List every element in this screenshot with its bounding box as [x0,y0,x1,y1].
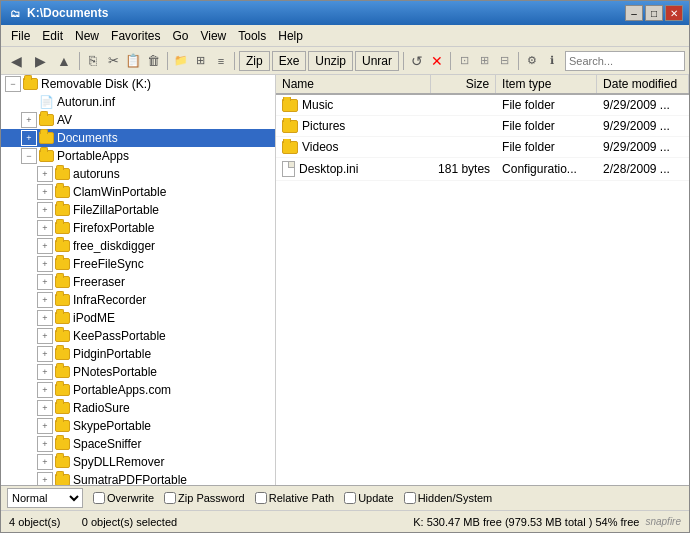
expander-infrarecorder[interactable]: + [37,292,53,308]
tree-item-skype[interactable]: +SkypePortable [1,417,275,435]
details-button[interactable]: ≡ [212,50,230,72]
update-checkbox[interactable] [344,492,356,504]
paste-button[interactable]: 📋 [124,50,142,72]
expander-av[interactable]: + [21,112,37,128]
file-row[interactable]: PicturesFile folder9/29/2009 ... [276,116,689,137]
menu-edit[interactable]: Edit [36,27,69,45]
expander-portableapps[interactable]: − [21,148,37,164]
tree-item-av[interactable]: +AV [1,111,275,129]
expander-ipodme[interactable]: + [37,310,53,326]
expander-freefilesync[interactable]: + [37,256,53,272]
mode-select[interactable]: Normal Fast Super Fast [7,488,83,508]
minimize-button[interactable]: – [625,5,643,21]
expander-portableapps-com[interactable]: + [37,382,53,398]
expander-radiosure[interactable]: + [37,400,53,416]
zip-button[interactable]: Zip [239,51,270,71]
menu-view[interactable]: View [194,27,232,45]
up-button[interactable]: ▲ [53,50,75,72]
expander-removable-disk[interactable]: − [5,76,21,92]
tree-item-spydll[interactable]: +SpyDLLRemover [1,453,275,471]
col-header-type[interactable]: Item type [496,75,597,93]
view-button[interactable]: ⊞ [192,50,210,72]
unrar-button[interactable]: Unrar [355,51,399,71]
overwrite-checkbox[interactable] [93,492,105,504]
expander-spacesniffer[interactable]: + [37,436,53,452]
file-row[interactable]: Desktop.ini181 bytesConfiguratio...2/28/… [276,158,689,181]
stop-button[interactable]: ✕ [428,50,446,72]
close-button[interactable]: ✕ [665,5,683,21]
settings-button[interactable]: ⚙ [523,50,541,72]
expander-keepass[interactable]: + [37,328,53,344]
tree-item-pidgin[interactable]: +PidginPortable [1,345,275,363]
tree-label-sumatra: SumatraPDFPortable [73,473,187,485]
expander-pidgin[interactable]: + [37,346,53,362]
tree-item-freedisk[interactable]: +free_diskdigger [1,237,275,255]
menu-help[interactable]: Help [272,27,309,45]
menu-file[interactable]: File [5,27,36,45]
expander-autoruns[interactable]: + [37,166,53,182]
menu-tools[interactable]: Tools [232,27,272,45]
file-row[interactable]: MusicFile folder9/29/2009 ... [276,95,689,116]
refresh-button[interactable]: ↺ [408,50,426,72]
back-button[interactable]: ◀ [5,50,27,72]
tree-item-infrarecorder[interactable]: +InfraRecorder [1,291,275,309]
expander-freeraser[interactable]: + [37,274,53,290]
search-input[interactable] [565,51,685,71]
tree-item-clamwin[interactable]: +ClamWinPortable [1,183,275,201]
config2-button[interactable]: ⊞ [475,50,493,72]
expander-firefox[interactable]: + [37,220,53,236]
expander-skype[interactable]: + [37,418,53,434]
tree-item-pnotes[interactable]: +PNotesPortable [1,363,275,381]
tree-item-portableapps[interactable]: −PortableApps [1,147,275,165]
copy-button[interactable]: ⎘ [84,50,102,72]
expander-pnotes[interactable]: + [37,364,53,380]
hidden-system-checkbox[interactable] [404,492,416,504]
folder-new-button[interactable]: 📁 [172,50,190,72]
menu-new[interactable]: New [69,27,105,45]
tree-item-removable-disk[interactable]: −Removable Disk (K:) [1,75,275,93]
tree-item-freeraser[interactable]: +Freeraser [1,273,275,291]
col-header-size[interactable]: Size [431,75,496,93]
tree-item-radiosure[interactable]: +RadioSure [1,399,275,417]
tree-item-spacesniffer[interactable]: +SpaceSniffer [1,435,275,453]
unzip-button[interactable]: Unzip [308,51,353,71]
tree-item-keepass[interactable]: +KeePassPortable [1,327,275,345]
maximize-button[interactable]: □ [645,5,663,21]
expander-clamwin[interactable]: + [37,184,53,200]
expander-freedisk[interactable]: + [37,238,53,254]
expander-filezilla[interactable]: + [37,202,53,218]
exe-button[interactable]: Exe [272,51,307,71]
tree-item-autoruns[interactable]: +autoruns [1,165,275,183]
forward-button[interactable]: ▶ [29,50,51,72]
file-name-text: Pictures [302,119,345,133]
expander-documents[interactable]: + [21,130,37,146]
cut-button[interactable]: ✂ [104,50,122,72]
zip-password-checkbox[interactable] [164,492,176,504]
col-header-name[interactable]: Name [276,75,431,93]
tree-item-filezilla[interactable]: +FileZillaPortable [1,201,275,219]
config1-button[interactable]: ⊡ [455,50,473,72]
tree-item-ipodme[interactable]: +iPodME [1,309,275,327]
file-date-cell: 9/29/2009 ... [597,118,689,134]
tree-label-autoruns: autoruns [73,167,120,181]
expander-spydll[interactable]: + [37,454,53,470]
config3-button[interactable]: ⊟ [496,50,514,72]
tree-label-portableapps-com: PortableApps.com [73,383,171,397]
info-button[interactable]: ℹ [543,50,561,72]
expander-sumatra[interactable]: + [37,472,53,485]
menu-favorites[interactable]: Favorites [105,27,166,45]
tree-label-pidgin: PidginPortable [73,347,151,361]
zip-password-label: Zip Password [164,492,245,504]
tree-item-freefilesync[interactable]: +FreeFileSync [1,255,275,273]
col-header-date[interactable]: Date modified [597,75,689,93]
delete-button[interactable]: 🗑 [144,50,162,72]
file-row[interactable]: VideosFile folder9/29/2009 ... [276,137,689,158]
tree-item-portableapps-com[interactable]: +PortableApps.com [1,381,275,399]
tree-item-documents[interactable]: +Documents [1,129,275,147]
tree-item-autorun[interactable]: +📄Autorun.inf [1,93,275,111]
tree-label-freefilesync: FreeFileSync [73,257,144,271]
menu-go[interactable]: Go [166,27,194,45]
tree-item-sumatra[interactable]: +SumatraPDFPortable [1,471,275,485]
relative-path-checkbox[interactable] [255,492,267,504]
tree-item-firefox[interactable]: +FirefoxPortable [1,219,275,237]
